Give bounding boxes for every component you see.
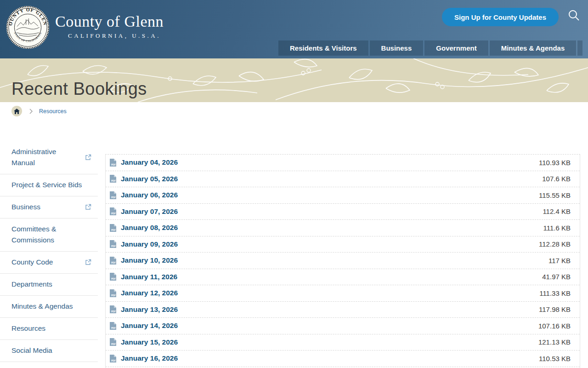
breadcrumb-current[interactable]: Resources (39, 108, 67, 115)
svg-text:PDF: PDF (111, 261, 116, 264)
file-size: 121.13 KB (538, 338, 571, 346)
search-icon (567, 9, 580, 22)
tab-minutes-agendas[interactable]: Minutes & Agendas (490, 40, 577, 56)
sidebar-item-business[interactable]: Business (0, 196, 98, 218)
file-row: PDF January 05, 2026 107.6 KB (106, 171, 580, 188)
sidebar-item-county-code[interactable]: County Code (0, 252, 98, 274)
file-link[interactable]: January 09, 2026 (121, 240, 178, 248)
sidebar-item-label: Minutes & Agendas (11, 301, 91, 312)
svg-text:PDF: PDF (111, 359, 116, 362)
sidebar-item-committees-commissions[interactable]: Committees & Commissions (0, 218, 98, 252)
sidebar-item-social-media[interactable]: Social Media (0, 340, 98, 362)
external-link-icon (85, 154, 91, 161)
sidebar-item-label: Administrative Manual (11, 146, 81, 168)
svg-text:PDF: PDF (111, 229, 116, 231)
file-list: PDF January 04, 2026 110.93 KB PDF Janua… (105, 154, 580, 368)
site-title: County of Glenn (55, 13, 164, 30)
pdf-file-icon: PDF (109, 322, 117, 330)
svg-text:PDF: PDF (111, 163, 116, 166)
file-link[interactable]: January 16, 2026 (121, 354, 178, 362)
svg-text:PDF: PDF (111, 212, 116, 215)
file-link[interactable]: January 11, 2026 (121, 273, 177, 281)
file-row: PDF January 09, 2026 112.28 KB (106, 236, 580, 253)
pdf-file-icon: PDF (109, 174, 117, 183)
file-size: 107.16 KB (538, 322, 571, 330)
signup-updates-button[interactable]: Sign Up for County Updates (442, 8, 559, 26)
sidebar-nav: Administrative Manual Project & Service … (0, 141, 98, 368)
breadcrumb-home-button[interactable] (11, 106, 22, 116)
file-link[interactable]: January 12, 2026 (121, 289, 178, 297)
file-row: PDF January 10, 2026 117 KB (106, 253, 580, 269)
file-link[interactable]: January 05, 2026 (121, 175, 178, 183)
file-link[interactable]: January 08, 2026 (121, 224, 178, 232)
external-link-icon (85, 204, 91, 210)
file-row: PDF January 11, 2026 41.97 KB (106, 269, 580, 286)
file-size: 41.97 KB (542, 273, 571, 281)
file-row: PDF January 13, 2026 117.98 KB (106, 302, 580, 318)
pdf-file-icon: PDF (109, 240, 117, 248)
sidebar-item-label: Departments (11, 279, 91, 290)
site-subtitle: CALIFORNIA, U.S.A. (68, 32, 164, 40)
search-button[interactable] (567, 9, 581, 23)
page: COUNTY OF GLENN STATE OF CALIFORNIA Coun… (0, 0, 588, 368)
file-size: 115.55 KB (539, 191, 571, 199)
file-size: 112.28 KB (539, 240, 571, 248)
sidebar-item-residents-visitors[interactable]: Residents & Visitors (0, 362, 98, 368)
svg-text:PDF: PDF (111, 327, 116, 329)
tab-business[interactable]: Business (370, 40, 424, 56)
file-link[interactable]: January 07, 2026 (121, 207, 178, 216)
svg-text:PDF: PDF (111, 245, 116, 247)
tab-government[interactable]: Government (424, 40, 488, 56)
pdf-file-icon: PDF (109, 224, 117, 232)
sidebar-item-administrative-manual[interactable]: Administrative Manual (0, 141, 98, 174)
svg-text:PDF: PDF (111, 277, 116, 280)
file-size: 110.53 KB (539, 355, 571, 362)
tab-residents-visitors[interactable]: Residents & Visitors (278, 40, 368, 56)
pdf-file-icon: PDF (109, 207, 117, 216)
external-link-icon (85, 259, 91, 265)
sidebar-item-label: Project & Service Bids (11, 179, 91, 190)
file-size: 110.93 KB (539, 159, 571, 167)
svg-text:PDF: PDF (111, 343, 116, 345)
file-size: 112.4 KB (543, 207, 571, 215)
file-size: 111.6 KB (543, 224, 571, 232)
site-brand[interactable]: County of Glenn CALIFORNIA, U.S.A. (55, 13, 164, 40)
chevron-right-icon (29, 109, 33, 114)
sidebar-item-project-service-bids[interactable]: Project & Service Bids (0, 174, 98, 196)
file-row: PDF January 16, 2026 110.53 KB (106, 351, 580, 367)
sidebar-item-label: Committees & Commissions (11, 224, 91, 246)
file-row: PDF January 04, 2026 110.93 KB (106, 155, 580, 171)
file-row: PDF January 07, 2026 112.4 KB (106, 204, 580, 220)
file-link[interactable]: January 14, 2026 (121, 322, 178, 330)
file-size: 117 KB (548, 257, 571, 264)
sidebar-item-minutes-agendas[interactable]: Minutes & Agendas (0, 296, 98, 318)
tab-partial[interactable] (577, 40, 582, 56)
county-seal-logo[interactable]: COUNTY OF GLENN STATE OF CALIFORNIA (6, 5, 50, 50)
file-link[interactable]: January 04, 2026 (121, 158, 178, 167)
file-size: 111.33 KB (539, 289, 571, 297)
pdf-file-icon: PDF (109, 305, 117, 314)
file-size: 117.98 KB (539, 305, 571, 313)
file-link[interactable]: January 10, 2026 (121, 256, 178, 264)
file-link[interactable]: January 06, 2026 (121, 191, 178, 199)
svg-text:PDF: PDF (111, 196, 116, 199)
site-header: COUNTY OF GLENN STATE OF CALIFORNIA Coun… (0, 0, 588, 58)
main-nav: Residents & VisitorsBusinessGovernmentMi… (278, 40, 582, 56)
sidebar-item-resources[interactable]: Resources (0, 318, 98, 340)
file-link[interactable]: January 13, 2026 (121, 305, 178, 314)
breadcrumb: Resources (11, 106, 67, 116)
file-link[interactable]: January 15, 2026 (121, 338, 178, 346)
sidebar-item-label: Social Media (11, 345, 91, 356)
sidebar-item-label: County Code (11, 257, 81, 268)
svg-text:PDF: PDF (111, 294, 116, 297)
pdf-file-icon: PDF (109, 354, 117, 363)
file-size: 107.6 KB (542, 175, 571, 183)
home-icon (14, 109, 20, 114)
file-row: PDF January 15, 2026 121.13 KB (106, 334, 580, 351)
file-row: PDF January 06, 2026 115.55 KB (106, 187, 580, 204)
pdf-file-icon: PDF (109, 191, 117, 200)
pdf-file-icon: PDF (109, 158, 117, 167)
pdf-file-icon: PDF (109, 338, 117, 346)
sidebar-item-departments[interactable]: Departments (0, 274, 98, 296)
svg-text:PDF: PDF (111, 310, 116, 313)
